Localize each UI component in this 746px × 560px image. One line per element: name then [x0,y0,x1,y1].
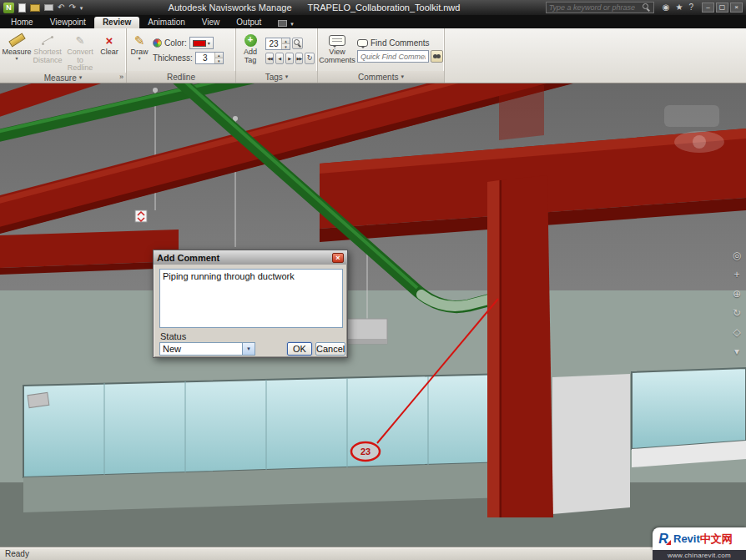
tags-panel-label[interactable]: Tags ▾ [236,71,317,83]
print-icon[interactable] [44,4,53,11]
beam-through-ceiling [499,85,544,140]
chevron-down-icon: ▾ [285,73,289,80]
status-bar: Ready [0,547,746,560]
orbit-icon[interactable]: ↻ [730,308,743,318]
find-comments-button[interactable]: Find Comments [357,38,443,48]
thickness-input[interactable] [196,53,214,63]
tag-23-marker[interactable]: 23 [351,442,380,461]
dialog-close-button[interactable]: × [332,253,344,263]
cancel-button[interactable]: Cancel [315,342,345,356]
tag-number-input[interactable] [266,38,281,49]
view-comments-label: View Comments [319,48,355,64]
draw-button[interactable]: ✎ Draw ▾ [129,30,150,71]
find-tag-icon [294,39,302,48]
thickness-stepper: ▴ ▾ [195,52,224,64]
chevron-down-icon: ▾ [138,57,140,61]
3d-viewport[interactable]: 23 [0,83,746,547]
binoculars-icon[interactable] [431,50,443,63]
tab-home[interactable]: Home [3,17,42,28]
undo-icon[interactable]: ↶ [58,3,64,12]
minimize-button[interactable]: – [702,3,714,13]
watermark-url: www.chinarevit.com [653,550,746,560]
open-file-icon[interactable] [30,4,40,12]
help-icon[interactable]: ? [688,3,693,12]
application-menu-button[interactable]: N [3,3,14,13]
look-icon[interactable]: ◇ [730,327,743,337]
ribbon-state-dropdown-icon[interactable]: ▾ [290,21,294,27]
measure-button[interactable]: Measure ▾ [2,30,32,73]
new-file-icon[interactable] [18,3,26,13]
previous-tag-button[interactable]: ◀ [275,53,284,64]
first-tag-button[interactable]: ◀◀ [265,53,274,64]
go-to-tag-button[interactable] [292,38,303,49]
status-select[interactable]: New ▼ [159,342,255,356]
tab-view[interactable]: View [194,17,229,28]
ok-button[interactable]: OK [287,342,312,356]
renumber-tags-button[interactable]: ↻ [305,53,315,64]
light-fixture [347,319,387,344]
redline-panel-label: Redline [127,71,235,83]
watermark: R Revit中文网 www.chinarevit.com [653,527,746,560]
dialog-title-bar[interactable]: Add Comment × [154,250,347,265]
window-title: Autodesk Navisworks Manage TRAPELO_Colla… [87,3,541,13]
navbar-more-icon[interactable]: ▾ [730,346,743,356]
wall-right [552,374,630,514]
last-tag-button[interactable]: ▶▶ [295,53,304,64]
next-tag-button[interactable]: ▶ [285,53,294,64]
tab-viewpoint[interactable]: Viewpoint [42,17,94,28]
panel-measure: Measure ▾ Shortest Distance ✎ Convert to… [0,28,127,83]
combo-dropdown-button[interactable]: ▼ [242,343,255,355]
quick-find-comments-input[interactable] [357,50,429,63]
convert-to-redline-button: ✎ Convert to Redline [63,30,97,73]
ribbon-state-icon[interactable] [278,20,287,27]
clear-button[interactable]: × Clear [97,30,122,73]
pencil-icon: ✎ [134,34,145,47]
search-input[interactable] [549,3,643,12]
chevron-down-icon: ▾ [401,73,404,80]
infocenter-icons: ◉ ★ ? [658,3,698,12]
tab-animation[interactable]: Animation [139,17,193,28]
spin-down-icon[interactable]: ▾ [282,43,290,49]
search-icon[interactable] [643,3,651,12]
add-comment-dialog: Add Comment × Piping running through duc… [153,250,348,358]
panel-redline: ✎ Draw ▾ Color: ▾ Thickness: [127,28,236,83]
find-comments-label: Find Comments [370,38,430,48]
tab-output[interactable]: Output [228,17,270,28]
chevron-down-icon: ▾ [79,74,83,81]
document-title: TRAPELO_Collaboration_Toolkit.nwd [308,3,461,13]
redo-icon[interactable]: ↷ [68,3,75,12]
close-window-button[interactable]: × [730,3,743,13]
window-controls: – ▢ × [702,3,743,13]
comments-panel-label[interactable]: Comments ▾ [318,71,444,83]
spin-down-icon[interactable]: ▾ [215,58,223,63]
shortest-distance-label: Shortest Distance [32,48,63,64]
add-tag-button[interactable]: + Add Tag [238,30,263,71]
pan-icon[interactable]: + [730,270,743,280]
comment-textarea[interactable]: Piping running through ductwork [159,269,343,328]
favorites-star-icon[interactable]: ★ [675,3,683,12]
thickness-label: Thickness: [153,53,193,63]
panel-overflow-icon[interactable]: » [119,73,123,81]
communication-center-icon[interactable]: ◉ [663,3,670,12]
comments-panel-label-text: Comments [358,73,398,82]
color-dropdown[interactable]: ▾ [189,37,214,49]
shortest-distance-button: Shortest Distance [32,30,63,73]
window-band-left [23,374,507,512]
restore-button[interactable]: ▢ [716,3,728,13]
find-comments-icon [357,39,368,47]
view-comments-button[interactable]: View Comments [320,30,355,71]
measure-panel-label[interactable]: Measure ▾ » [0,73,126,83]
color-wheel-icon [153,38,162,48]
wall-fixture [28,392,49,407]
qat-dropdown-icon[interactable]: ▾ [80,5,83,11]
chevron-down-icon: ▾ [208,41,210,46]
convert-redline-icon: ✎ [76,35,85,46]
window-band-right [632,368,746,467]
redline-anchor-marker [135,210,147,222]
zoom-icon[interactable]: ⊕ [730,289,743,299]
measure-panel-label-text: Measure [44,73,77,83]
tab-review[interactable]: Review [94,17,139,28]
speech-bubble-icon [329,35,345,46]
steering-wheel-icon[interactable]: ◎ [730,250,743,260]
shortest-distance-icon [41,35,54,46]
